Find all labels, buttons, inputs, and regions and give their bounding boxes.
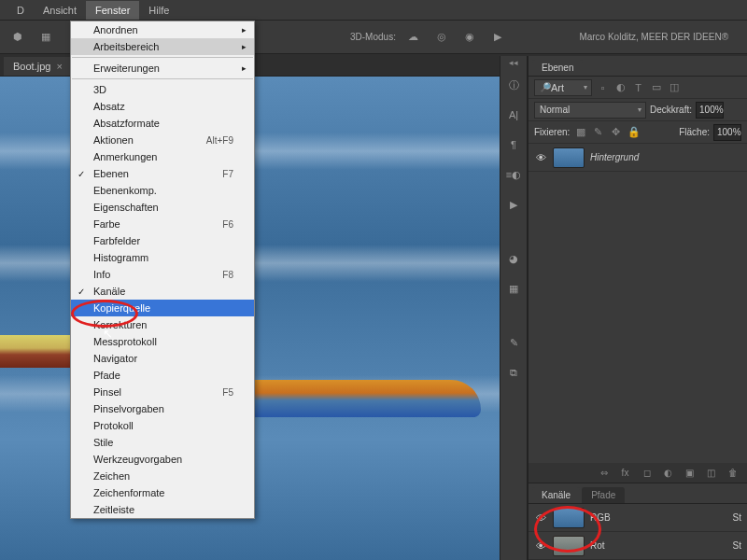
menu-item-label: Protokoll [93, 420, 134, 431]
menu-item[interactable]: Absatz [71, 98, 254, 115]
menu-item[interactable]: Korrekturen [71, 316, 254, 333]
filter-pixel-icon[interactable]: ▫ [596, 80, 610, 94]
3d-icon[interactable]: ☁ [403, 27, 424, 48]
visibility-icon[interactable]: 👁 [534, 512, 547, 524]
menu-item[interactable]: Protokoll [71, 417, 254, 434]
3d-icon[interactable]: ◉ [459, 27, 480, 48]
tab-paths[interactable]: Pfade [582, 487, 625, 503]
filter-so-icon[interactable]: ◫ [667, 80, 681, 94]
menu-item-label: Ebenen [93, 168, 129, 179]
filter-type-icon[interactable]: T [631, 80, 645, 94]
collapsed-panel-column: ◂◂ ⓘ A| ¶ ≡◐ ▶ ◕ ▦ ✎ ⧉ [500, 56, 528, 560]
channel-name: Rot [590, 540, 727, 551]
channel-row[interactable]: 👁 RGB St [529, 504, 747, 532]
visibility-icon[interactable]: 👁 [534, 540, 547, 552]
blend-mode-dropdown[interactable]: Normal [534, 102, 646, 119]
tab-layers[interactable]: Ebenen [532, 60, 583, 76]
menu-item[interactable]: Arbeitsbereich [71, 38, 254, 55]
document-tab[interactable]: Boot.jpg × [4, 57, 72, 76]
right-panels: Ebenen 🔎 Art ▫ ◐ T ▭ ◫ Normal Deckkraft:… [528, 56, 747, 560]
lock-move-icon[interactable]: ✥ [609, 125, 623, 139]
menu-item[interactable]: Kopierquelle [71, 300, 254, 316]
lock-brush-icon[interactable]: ✎ [591, 125, 605, 139]
menu-shortcut: F7 [222, 169, 233, 179]
menu-item[interactable]: Anordnen [71, 21, 254, 38]
layers-lock-row: Fixieren: ▩ ✎ ✥ 🔒 Fläche: 100% [529, 121, 747, 144]
mask-icon[interactable]: ◻ [640, 466, 654, 480]
channel-thumbnail [553, 508, 585, 528]
menu-item[interactable]: Messprotokoll [71, 333, 254, 350]
menu-item[interactable]: ✓EbenenF7 [71, 165, 254, 182]
trash-icon[interactable]: 🗑 [726, 466, 740, 480]
menu-item[interactable]: FarbeF6 [71, 216, 254, 232]
menu-item[interactable]: AktionenAlt+F9 [71, 132, 254, 148]
menu-item[interactable]: Ebenenkomp. [71, 182, 254, 199]
layer-row[interactable]: 👁 Hintergrund [529, 144, 747, 172]
menu-item-label: Histogramm [93, 252, 148, 263]
menu-item[interactable]: Navigator [71, 350, 254, 367]
layers-filter-row: 🔎 Art ▫ ◐ T ▭ ◫ [529, 77, 747, 99]
menu-item[interactable]: Stile [71, 434, 254, 451]
cursor-icon: ↖ [103, 327, 113, 341]
lock-trans-icon[interactable]: ▩ [573, 125, 587, 139]
channel-row[interactable]: 👁 Rot St [529, 532, 747, 560]
styles-icon[interactable]: ▦ [505, 280, 522, 297]
menu-shortcut: F5 [222, 387, 233, 398]
3d-icon[interactable]: ▶ [487, 27, 508, 48]
menu-item[interactable]: Histogramm [71, 249, 254, 266]
fill-adj-icon[interactable]: ◐ [661, 466, 675, 480]
menu-item[interactable]: Farbfelder [71, 232, 254, 249]
channel-thumbnail [553, 536, 585, 556]
filter-type-dropdown[interactable]: 🔎 Art [534, 79, 592, 96]
layers-footer: ⇔ fx ◻ ◐ ▣ ◫ 🗑 [529, 463, 747, 483]
new-icon[interactable]: ◫ [704, 466, 718, 480]
swatches-icon[interactable]: ◕ [505, 250, 522, 267]
fill-value[interactable]: 100% [713, 124, 741, 141]
play-icon[interactable]: ▶ [505, 196, 522, 213]
menu-item[interactable]: Absatzformate [71, 115, 254, 132]
menu-item[interactable]: Werkzeugvorgaben [71, 451, 254, 468]
opacity-value[interactable]: 100% [696, 102, 724, 119]
close-icon[interactable]: × [56, 61, 62, 72]
check-icon: ✓ [78, 169, 85, 179]
brush-icon[interactable]: ✎ [505, 334, 522, 351]
tool-icon[interactable]: ▦ [35, 27, 56, 48]
menu-item[interactable]: Pinselvorgaben [71, 400, 254, 417]
info-icon[interactable]: ⓘ [505, 77, 522, 93]
menu-item[interactable]: Zeitleiste [71, 501, 254, 518]
filter-adjust-icon[interactable]: ◐ [613, 80, 627, 94]
collapse-icon[interactable]: ◂◂ [509, 58, 518, 67]
fill-label: Fläche: [679, 127, 710, 137]
channels-body: 👁 RGB St 👁 Rot St [529, 504, 747, 560]
fx-icon[interactable]: fx [618, 466, 632, 480]
menu-item[interactable]: 3D [71, 81, 254, 98]
menu-window[interactable]: Fenster [86, 1, 139, 20]
filter-shape-icon[interactable]: ▭ [649, 80, 663, 94]
3d-icon[interactable]: ◎ [431, 27, 452, 48]
menu-help[interactable]: Hilfe [139, 1, 178, 20]
menu-item[interactable]: ✓Kanäle [71, 283, 254, 300]
clone-icon[interactable]: ⧉ [505, 364, 522, 381]
menu-item[interactable]: Anmerkungen [71, 148, 254, 165]
menu-shortcut: F6 [222, 219, 233, 230]
menu-item[interactable]: Zeichenformate [71, 484, 254, 501]
menu-item[interactable]: InfoF8 [71, 266, 254, 283]
menubar: D Ansicht Fenster Hilfe [0, 0, 747, 21]
paragraph-icon[interactable]: ¶ [505, 136, 522, 153]
menu-item[interactable]: Zeichen [71, 468, 254, 484]
menu-item[interactable]: Erweiterungen [71, 60, 254, 77]
group-icon[interactable]: ▣ [683, 466, 697, 480]
character-icon[interactable]: A| [505, 106, 522, 123]
tool-icon[interactable]: ⬢ [7, 27, 28, 48]
menu-item[interactable]: Pfade [71, 367, 254, 384]
menu-item-label: Anmerkungen [93, 151, 158, 162]
tab-channels[interactable]: Kanäle [532, 487, 580, 503]
link-icon[interactable]: ⇔ [597, 466, 611, 480]
menu-item[interactable]: PinselF5 [71, 384, 254, 400]
menu-view[interactable]: Ansicht [34, 1, 86, 20]
lock-all-icon[interactable]: 🔒 [627, 125, 641, 139]
visibility-icon[interactable]: 👁 [534, 152, 547, 163]
adjustments-icon[interactable]: ≡◐ [505, 166, 522, 183]
menu-item[interactable]: Eigenschaften [71, 199, 254, 216]
opacity-label: Deckkraft: [650, 105, 692, 115]
